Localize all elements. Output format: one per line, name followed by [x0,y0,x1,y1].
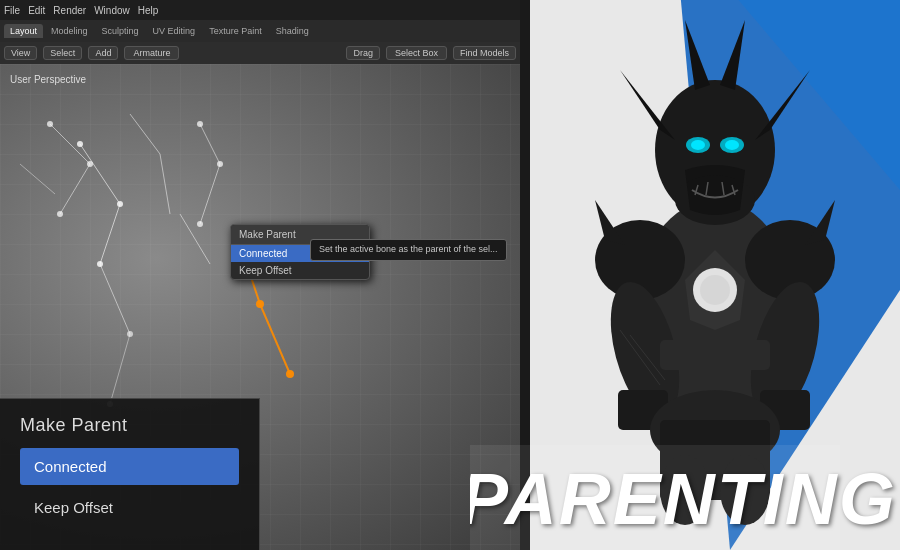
tab-sculpting[interactable]: Sculpting [96,24,145,38]
tab-layout[interactable]: Layout [4,24,43,38]
svg-line-1 [100,204,120,264]
menu-file[interactable]: File [4,5,20,16]
svg-point-21 [256,300,264,308]
tooltip: Set the active bone as the parent of the… [310,239,507,261]
large-panel-connected[interactable]: Connected [20,448,239,485]
svg-line-7 [200,124,220,164]
toolbar-select-box[interactable]: Select Box [386,46,447,60]
parenting-text: PARENTING [470,458,897,540]
menubar: File Edit Render Window Help [0,0,520,20]
blender-viewport: File Edit Render Window Help Layout Mode… [0,0,520,550]
menu-edit[interactable]: Edit [28,5,45,16]
tab-modeling[interactable]: Modeling [45,24,94,38]
toolbar-select[interactable]: Select [43,46,82,60]
svg-point-18 [87,161,93,167]
toolbar-add[interactable]: Add [88,46,118,60]
svg-line-13 [110,334,130,404]
tab-uv-editing[interactable]: UV Editing [147,24,202,38]
toolbar-view[interactable]: View [4,46,37,60]
menu-render[interactable]: Render [53,5,86,16]
tab-texture-paint[interactable]: Texture Paint [203,24,268,38]
svg-point-41 [691,140,705,150]
toolbar-find-models[interactable]: Find Models [453,46,516,60]
svg-point-17 [47,121,53,127]
svg-line-2 [50,124,90,164]
popup-item-keep-offset-small[interactable]: Keep Offset [231,262,369,279]
svg-point-42 [725,140,739,150]
toolbar-armature[interactable]: Armature [124,46,179,60]
main-container: File Edit Render Window Help Layout Mode… [0,0,900,550]
svg-point-24 [217,161,223,167]
svg-line-6 [20,164,55,194]
svg-point-19 [57,211,63,217]
svg-point-14 [77,141,83,147]
svg-line-8 [200,164,220,224]
toolbar-drag[interactable]: Drag [346,46,380,60]
svg-point-22 [286,370,294,378]
toolbar: View Select Add Armature Drag Select Box… [0,42,520,64]
large-panel-keep-offset[interactable]: Keep Offset [20,489,239,526]
svg-rect-51 [660,340,770,370]
svg-line-0 [80,144,120,204]
svg-point-23 [197,121,203,127]
svg-line-5 [160,154,170,214]
svg-line-12 [100,264,130,334]
svg-line-4 [130,114,160,154]
svg-line-11 [260,304,290,374]
svg-point-25 [197,221,203,227]
svg-point-46 [700,275,730,305]
tab-shading[interactable]: Shading [270,24,315,38]
svg-line-9 [180,214,210,264]
menu-window[interactable]: Window [94,5,130,16]
svg-point-15 [117,201,123,207]
tooltip-text: Set the active bone as the parent of the… [319,244,498,254]
make-parent-large-panel: Make Parent Connected Keep Offset [0,398,260,550]
menu-help[interactable]: Help [138,5,159,16]
right-panel: PARENTING [470,0,900,550]
svg-line-3 [60,164,90,214]
svg-point-26 [127,331,133,337]
svg-point-16 [97,261,103,267]
large-panel-title: Make Parent [20,415,239,436]
workspace-tabs: Layout Modeling Sculpting UV Editing Tex… [0,20,520,42]
